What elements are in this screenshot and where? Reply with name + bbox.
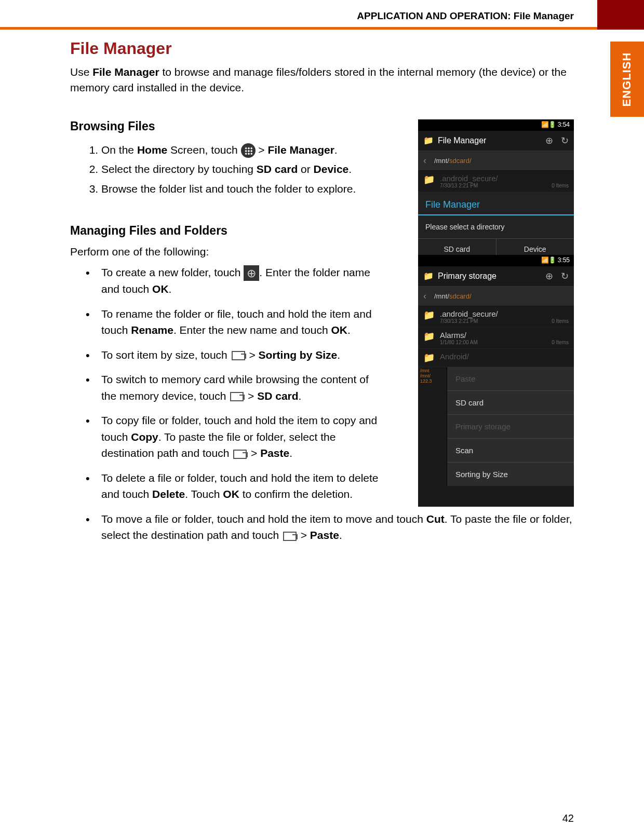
language-label: ENGLISH — [621, 52, 634, 106]
managing-heading: Managing Files and Folders — [70, 224, 574, 238]
page-title: File Manager — [70, 39, 574, 58]
item-sort: To sort item by size, touch > Sorting by… — [86, 347, 382, 363]
browsing-section: Browsing Files On the Home Screen, touch… — [70, 119, 574, 198]
item-switch-sd: To switch to memory card while browsing … — [86, 371, 382, 404]
item-move: To move a file or folder, touch and hold… — [86, 511, 579, 544]
menu-scan[interactable]: Scan — [447, 439, 574, 463]
overflow-menu: Paste SD card Primary storage Scan Sorti… — [447, 367, 574, 486]
managing-section: Managing Files and Folders Perform one o… — [70, 224, 574, 544]
folder-icon: 📁 — [423, 174, 435, 188]
plus-icon — [244, 265, 259, 281]
menu-sd-card[interactable]: SD card — [447, 391, 574, 415]
step-1: On the Home Screen, touch > File Manager… — [101, 141, 382, 159]
item-new-folder: To create a new folder, touch . Enter th… — [86, 264, 382, 297]
status-bar: 📶🔋 3:54 — [418, 119, 574, 131]
app-titlebar: 📁 Primary storage ⊕ ↻ — [418, 266, 574, 287]
path-bar[interactable]: ‹ /mnt/sdcard/ — [418, 287, 574, 306]
intro-paragraph: Use File Manager to browse and manage fi… — [70, 64, 574, 96]
back-icon[interactable]: ‹ — [423, 291, 426, 302]
folder-row[interactable]: 📁 .android_secure/ 7/30/13 2:21 PM0 Item… — [418, 171, 574, 192]
status-icons: 📶🔋 — [541, 121, 556, 128]
apps-icon — [241, 143, 256, 158]
folder-row[interactable]: 📁 Android/ — [418, 349, 574, 367]
refresh-icon[interactable]: ↻ — [561, 270, 569, 282]
corner-block — [597, 0, 644, 30]
folder-icon: 📁 — [423, 331, 435, 345]
header-breadcrumb: APPLICATION AND OPERATION: File Manager — [0, 10, 644, 26]
menu-primary-storage[interactable]: Primary storage — [447, 415, 574, 439]
folder-icon: 📁 — [423, 352, 435, 363]
app-titlebar: 📁 File Manager ⊕ ↻ — [418, 131, 574, 151]
main-content: File Manager Use File Manager to browse … — [70, 39, 574, 552]
path-bar[interactable]: ‹ /mnt/sdcard/ — [418, 151, 574, 171]
app-title: File Manager — [438, 136, 486, 145]
refresh-icon[interactable]: ↻ — [561, 135, 569, 146]
app-title: Primary storage — [438, 272, 497, 281]
menu-paste[interactable]: Paste — [447, 367, 574, 391]
menu-sorting[interactable]: Sorting by Size — [447, 463, 574, 486]
step-2: Select the directory by touching SD card… — [101, 160, 382, 178]
managing-list-wide: To move a file or folder, touch and hold… — [70, 511, 579, 544]
item-delete: To delete a file or folder, touch and ho… — [86, 470, 382, 503]
status-time: 3:54 — [558, 121, 570, 128]
folder-icon: 📁 — [423, 309, 435, 324]
menu-icon — [232, 449, 248, 460]
add-icon[interactable]: ⊕ — [545, 270, 553, 282]
step-3: Browse the folder list and touch the fol… — [101, 180, 382, 198]
status-bar: 📶🔋 3:55 — [418, 255, 574, 266]
dialog-title: File Manager — [418, 192, 574, 215]
menu-icon — [282, 531, 298, 542]
menu-icon — [229, 391, 245, 402]
browsing-steps: On the Home Screen, touch > File Manager… — [70, 141, 382, 198]
language-tab: ENGLISH — [610, 42, 644, 117]
back-icon[interactable]: ‹ — [423, 155, 426, 166]
managing-list: To create a new folder, touch . Enter th… — [70, 264, 382, 503]
add-icon[interactable]: ⊕ — [545, 135, 553, 146]
page-number: 42 — [562, 812, 574, 824]
folder-row[interactable]: 📁 .android_secure/ 7/30/13 2:21 PM0 Item… — [418, 306, 574, 328]
item-rename: To rename the folder or file, touch and … — [86, 306, 382, 338]
status-time: 3:55 — [558, 256, 570, 264]
menu-icon — [231, 350, 246, 361]
header-divider — [0, 27, 644, 30]
folder-icon: 📁 — [423, 136, 434, 145]
folder-icon: 📁 — [423, 271, 434, 281]
status-icons: 📶🔋 — [541, 256, 556, 264]
screenshot-managing: 📶🔋 3:55 📁 Primary storage ⊕ ↻ ‹ /mnt/sdc… — [418, 255, 574, 507]
item-copy: To copy file or folder, touch and hold t… — [86, 412, 382, 462]
folder-row[interactable]: 📁 Alarms/ 1/1/80 12:00 AM0 Items — [418, 328, 574, 349]
